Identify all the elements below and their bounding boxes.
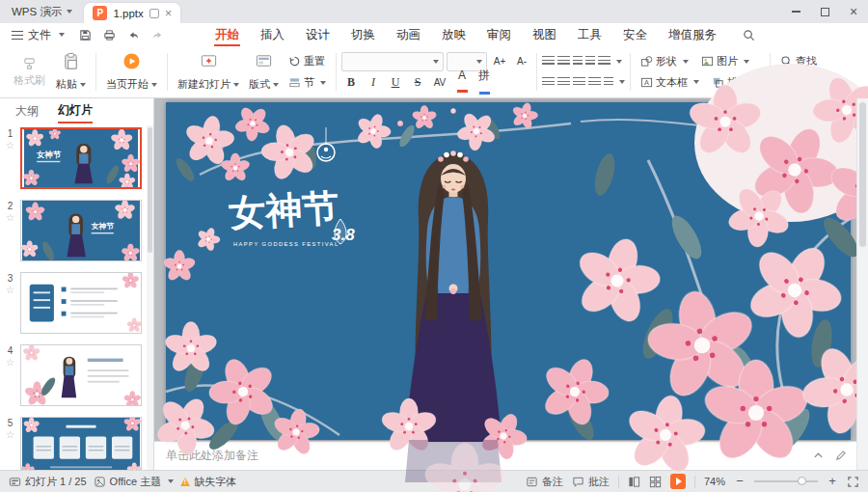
vertical-scrollbar[interactable] — [856, 98, 868, 470]
slide-date-text: 3.8 — [332, 226, 355, 244]
notes-expand-icon[interactable] — [812, 450, 825, 462]
font-color-swatch — [457, 90, 468, 93]
star-icon[interactable]: ☆ — [6, 430, 14, 439]
decrease-font-size-button[interactable]: A- — [512, 52, 531, 71]
star-icon[interactable]: ☆ — [6, 213, 14, 222]
chevron-down-icon — [151, 83, 157, 87]
slideshow-play-button[interactable] — [670, 474, 686, 489]
slide-thumbnail-5[interactable]: 5☆ — [0, 417, 147, 470]
justify-icon[interactable] — [588, 77, 601, 88]
section-button[interactable]: 节 — [284, 72, 331, 93]
star-icon[interactable]: ☆ — [6, 141, 14, 150]
align-right-icon[interactable] — [573, 77, 585, 88]
play-from-current-button[interactable]: 当页开始 — [101, 49, 162, 95]
paste-button[interactable]: 粘贴 — [51, 49, 91, 95]
character-spacing-button[interactable]: AV — [430, 72, 449, 92]
slide-sorter-icon[interactable] — [649, 476, 662, 488]
slide-thumbnail-3[interactable]: 3☆ — [0, 272, 147, 334]
chevron-down-icon — [616, 60, 622, 64]
zoom-out-button[interactable]: − — [734, 476, 746, 487]
document-tab[interactable]: P 1.pptx × — [84, 3, 180, 23]
tab-slideshow[interactable]: 放映 — [431, 23, 476, 46]
tab-animation[interactable]: 动画 — [386, 23, 431, 46]
new-slide-label: 新建幻灯片 — [177, 77, 231, 92]
decrease-indent-icon[interactable] — [573, 56, 583, 67]
tab-transitions[interactable]: 切换 — [340, 23, 386, 46]
fit-to-window-icon[interactable] — [847, 476, 859, 488]
redo-icon[interactable] — [146, 24, 170, 45]
search-icon[interactable] — [737, 24, 761, 45]
textbox-button[interactable]: A 文本框 — [636, 72, 704, 93]
slide-panel: 大纲 幻灯片 1☆ — [0, 98, 154, 470]
slide-number: 3 — [8, 273, 14, 284]
tab-home[interactable]: 开始 — [204, 23, 250, 46]
align-center-icon[interactable] — [557, 77, 570, 88]
slide-number: 2 — [8, 201, 14, 211]
maximize-button[interactable] — [810, 0, 839, 23]
reset-slide-button[interactable]: 重置 — [284, 51, 331, 71]
italic-button[interactable]: I — [364, 72, 383, 92]
chevron-down-icon — [80, 83, 86, 87]
svg-text:女神节: 女神节 — [91, 222, 115, 231]
missing-font-warning[interactable]: 缺失字体 — [180, 475, 236, 489]
slide-layout-button[interactable]: 版式 — [244, 49, 284, 95]
zoom-slider[interactable] — [754, 480, 818, 482]
save-icon[interactable] — [73, 24, 97, 45]
tab-premium-services[interactable]: 增值服务 — [658, 23, 727, 46]
format-painter-button[interactable]: 格式刷 — [8, 49, 51, 95]
zoom-percent[interactable]: 74% — [704, 476, 725, 487]
slide-thumbnail-4[interactable]: 4☆ — [0, 344, 147, 406]
minimize-button[interactable] — [781, 0, 810, 23]
bullets-icon[interactable] — [542, 56, 555, 67]
tab-security[interactable]: 安全 — [612, 23, 658, 46]
menubar: 文件 开始 插入 设计 切换 动画 放映 审阅 视图 工具 安全 增值服务 — [0, 23, 868, 46]
theme-button[interactable]: Office 主题 — [94, 475, 175, 489]
slide-thumbnail-2[interactable]: 2☆ 女神节 — [0, 200, 147, 261]
slide-subtitle-text: HAPPY GODDESS FESTIVAL — [233, 241, 339, 247]
font-color-button[interactable]: A — [452, 72, 472, 92]
chevron-down-icon — [67, 10, 72, 14]
notes-toggle-button[interactable]: 备注 — [526, 475, 563, 489]
chevron-down-icon — [320, 81, 326, 85]
pin-tab-icon[interactable] — [149, 9, 159, 18]
zoom-in-button[interactable]: + — [827, 476, 838, 487]
close-button[interactable]: × — [839, 0, 868, 23]
hamburger-icon — [12, 31, 23, 40]
font-family-select[interactable] — [341, 52, 444, 71]
notes-edit-icon[interactable] — [834, 450, 847, 462]
text-direction-icon[interactable] — [604, 77, 613, 88]
star-icon[interactable]: ☆ — [6, 286, 14, 294]
tab-design[interactable]: 设计 — [295, 23, 340, 46]
new-slide-button[interactable]: 新建幻灯片 — [173, 49, 244, 95]
panel-scrollbar[interactable] — [147, 125, 153, 470]
underline-button[interactable]: U — [386, 72, 405, 92]
zoom-slider-thumb[interactable] — [798, 477, 806, 485]
align-left-icon[interactable] — [542, 77, 555, 88]
tab-slides[interactable]: 幻灯片 — [58, 98, 93, 123]
numbering-icon[interactable] — [557, 56, 570, 67]
print-icon[interactable] — [97, 24, 122, 45]
increase-font-size-button[interactable]: A+ — [490, 52, 509, 71]
app-menu-button[interactable]: WPS 演示 — [0, 0, 84, 23]
undo-icon[interactable] — [122, 24, 146, 45]
normal-view-icon[interactable] — [628, 476, 640, 488]
close-tab-icon[interactable]: × — [165, 9, 173, 18]
picture-button[interactable]: 图片 — [696, 51, 754, 71]
tab-outline[interactable]: 大纲 — [15, 99, 39, 123]
file-menu-button[interactable]: 文件 — [0, 27, 73, 43]
pinyin-guide-button[interactable]: 拼 — [475, 72, 494, 92]
comments-toggle-button[interactable]: 批注 — [572, 475, 610, 489]
star-icon[interactable]: ☆ — [6, 358, 14, 367]
tab-insert[interactable]: 插入 — [250, 23, 295, 46]
slide-counter-icon — [9, 476, 21, 488]
slide-canvas[interactable]: 女神节 HAPPY GODDESS FESTIVAL 3.8 — [166, 102, 851, 440]
shapes-button[interactable]: 形状 — [636, 51, 693, 71]
tab-review[interactable]: 审阅 — [476, 23, 522, 46]
tab-view[interactable]: 视图 — [522, 23, 567, 46]
slide-thumbnail-1[interactable]: 1☆ — [0, 127, 147, 189]
strikethrough-button[interactable]: S — [408, 72, 427, 92]
tab-tools[interactable]: 工具 — [567, 23, 612, 46]
bold-button[interactable]: B — [341, 72, 361, 92]
increase-indent-icon[interactable] — [585, 56, 595, 67]
line-spacing-icon[interactable] — [598, 56, 610, 67]
